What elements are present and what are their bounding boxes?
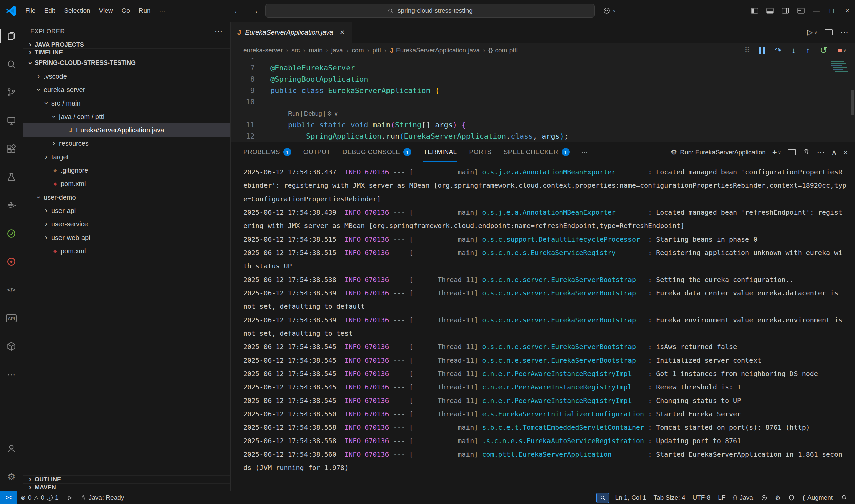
java-status[interactable]: Java: Ready [76, 491, 128, 504]
run-status[interactable] [63, 491, 76, 504]
language-status[interactable]: {} Java [729, 491, 757, 504]
activity-testing[interactable] [0, 163, 23, 191]
tree-item-user-demo[interactable]: ›user-demo [23, 191, 230, 204]
spellcheck-status[interactable]: ⚙ [771, 491, 784, 504]
kill-terminal-button[interactable] [803, 148, 810, 157]
augment-status[interactable]: ( Augment [799, 491, 837, 504]
tab-eurekaserverapplication[interactable]: J EurekaServerApplication.java × [231, 22, 352, 43]
activity-snippets[interactable]: </> [0, 276, 23, 304]
toggle-secondary-sidebar-button[interactable] [778, 0, 793, 21]
tree-item-target[interactable]: ›target [23, 150, 230, 164]
window-minimize-button[interactable]: — [808, 0, 824, 21]
menu-go[interactable]: Go [117, 5, 134, 17]
breadcrumb-main[interactable]: main [309, 47, 323, 54]
tree-item-vscode[interactable]: ›.vscode [23, 70, 230, 83]
restart-button[interactable]: ↺ [820, 45, 828, 56]
activity-containers[interactable] [0, 332, 23, 361]
activity-search[interactable] [0, 50, 23, 78]
menu-run[interactable]: Run [135, 5, 155, 17]
menu-edit[interactable]: Edit [40, 5, 60, 17]
panel-tab-spell-checker[interactable]: SPELL CHECKER1 [504, 142, 570, 162]
panel-tab-terminal[interactable]: TERMINAL [424, 142, 457, 162]
tree-item-gitignore[interactable]: ·◆.gitignore [23, 164, 230, 177]
breadcrumb-pttl[interactable]: pttl [373, 47, 381, 54]
encoding-status[interactable]: UTF-8 [689, 491, 714, 504]
codelens-debug[interactable]: Debug [304, 108, 322, 119]
activity-rest-api[interactable]: API [0, 304, 23, 332]
tree-item-eurekaserverapplication-java[interactable]: ·JEurekaServerApplication.java [23, 123, 230, 137]
activity-java-projects[interactable] [0, 248, 23, 276]
security-status[interactable] [784, 491, 799, 504]
forward-arrow-icon[interactable]: → [251, 6, 259, 16]
menu-view[interactable]: View [95, 5, 117, 17]
section-java-projects[interactable]: ›JAVA PROJECTS [23, 41, 230, 48]
menu-selection[interactable]: Selection [59, 5, 94, 17]
terminal-session[interactable]: ⚙ Run: EurekaServerApplication [671, 148, 765, 156]
editor-more-actions-button[interactable]: ⋯ [840, 28, 848, 37]
copilot-status[interactable] [757, 491, 771, 504]
tree-item-pom-xml[interactable]: ·◆pom.xml [23, 177, 230, 191]
split-terminal-button[interactable] [788, 149, 796, 155]
panel-tab-ports[interactable]: PORTS [469, 142, 492, 162]
drag-handle-icon[interactable]: ⠿ [744, 46, 749, 55]
copilot-menu[interactable]: ∨ [603, 7, 616, 15]
activity-accounts[interactable] [0, 434, 23, 463]
tree-item-src-main[interactable]: ›src / main [23, 96, 230, 110]
menu-file[interactable]: File [21, 5, 40, 17]
tree-item-pom-xml[interactable]: ·◆pom.xml [23, 244, 230, 258]
pause-button[interactable] [759, 47, 765, 54]
stop-button[interactable]: ■ ∨ [838, 46, 846, 55]
customize-layout-button[interactable] [793, 0, 808, 21]
indentation-status[interactable]: Tab Size: 4 [650, 491, 689, 504]
tree-item-user-service[interactable]: ›user-service [23, 217, 230, 231]
step-into-button[interactable]: ↓ [792, 46, 796, 55]
window-restore-button[interactable]: □ [824, 0, 839, 21]
maximize-panel-button[interactable]: ∧ [832, 148, 837, 156]
activity-explorer[interactable] [0, 22, 23, 50]
panel-more-actions-button[interactable]: ⋯ [817, 147, 825, 157]
panel-tab-output[interactable]: OUTPUT [303, 142, 331, 162]
tree-item-eureka-server[interactable]: ›eureka-server [23, 83, 230, 96]
new-terminal-button[interactable]: + ∨ [772, 147, 781, 157]
activity-source-control[interactable] [0, 78, 23, 107]
breadcrumb-com[interactable]: com [352, 47, 364, 54]
breadcrumb-src[interactable]: src [291, 47, 300, 54]
activity-remote-explorer[interactable] [0, 107, 23, 135]
activity-settings[interactable]: ⚙ [0, 463, 23, 491]
step-over-button[interactable]: ↷ [775, 46, 781, 55]
tree-item-user-web-api[interactable]: ›user-web-api [23, 231, 230, 244]
tree-item-resources[interactable]: ›resources [23, 137, 230, 150]
code-editor[interactable]: 6 7@EnableEurekaServer8@SpringBootApplic… [231, 58, 855, 142]
breadcrumb-eureka-server[interactable]: eureka-server [243, 47, 283, 54]
tab-close-icon[interactable]: × [340, 28, 345, 37]
breadcrumb-file[interactable]: JEurekaServerApplication.java [390, 47, 480, 54]
panel-tabs-more-button[interactable]: ⋯ [582, 142, 588, 162]
section-outline[interactable]: ›OUTLINE [23, 475, 230, 483]
toggle-sidebar-button[interactable] [747, 0, 762, 21]
activity-docker[interactable] [0, 191, 23, 219]
screencast-zoom-status[interactable] [596, 492, 609, 503]
close-panel-button[interactable]: × [843, 148, 848, 156]
menubar-more-button[interactable]: ⋯ [155, 5, 170, 17]
panel-tab-debug-console[interactable]: DEBUG CONSOLE1 [342, 142, 411, 162]
section-project-root[interactable]: › SPRING-CLOUD-STRESS-TESTING [23, 56, 230, 70]
run-java-button[interactable]: ▷ ∨ [807, 28, 817, 37]
remote-indicator[interactable]: >< [0, 491, 17, 504]
breadcrumb-symbol[interactable]: {}com.pttl [488, 47, 518, 54]
back-arrow-icon[interactable]: ← [233, 6, 241, 16]
section-maven[interactable]: ›MAVEN [23, 483, 230, 491]
breadcrumb-java[interactable]: java [332, 47, 343, 54]
toggle-panel-button[interactable] [762, 0, 778, 21]
tree-item-java-com-pttl[interactable]: ›java / com / pttl [23, 110, 230, 123]
eol-status[interactable]: LF [714, 491, 729, 504]
step-out-button[interactable]: ↑ [806, 46, 810, 55]
terminal-output[interactable]: 2025-06-12 17:54:38.437 INFO 670136 --- … [231, 162, 855, 491]
codelens-run[interactable]: Run [288, 108, 299, 119]
cursor-position-status[interactable]: Ln 1, Col 1 [612, 491, 650, 504]
notifications-status[interactable] [837, 491, 851, 504]
activity-extensions[interactable] [0, 135, 23, 163]
panel-tab-problems[interactable]: PROBLEMS1 [243, 142, 291, 162]
section-timeline[interactable]: ›TIMELINE [23, 48, 230, 56]
explorer-actions-button[interactable]: ⋯ [214, 26, 223, 36]
window-close-button[interactable]: × [839, 0, 855, 21]
